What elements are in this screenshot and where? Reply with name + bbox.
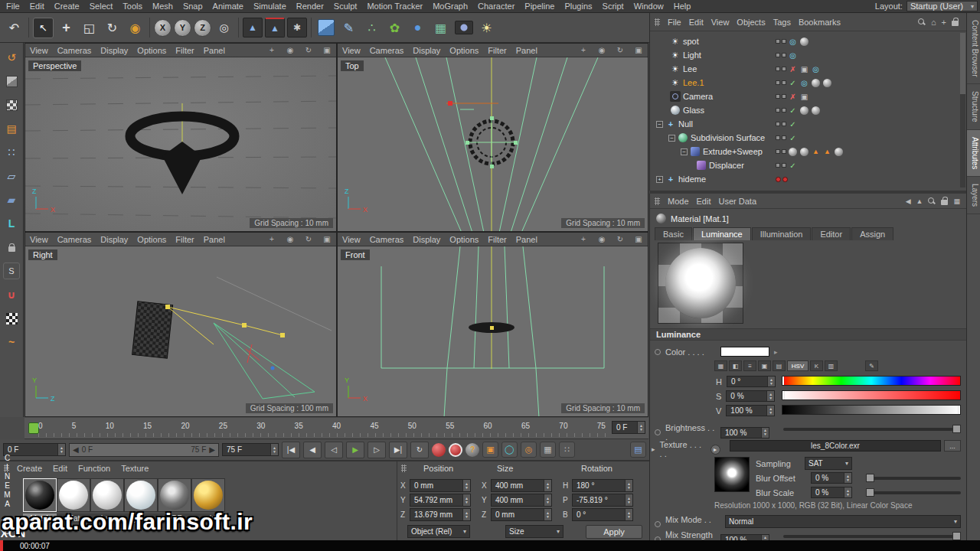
zoom-icon[interactable]: ◉ — [597, 235, 606, 243]
lock-icon[interactable] — [941, 200, 948, 205]
x-axis-lock-button[interactable]: X — [154, 19, 172, 37]
vp-menu-display[interactable]: Display — [413, 235, 440, 244]
render-visibility-dot[interactable] — [782, 67, 786, 71]
material-thumbnail[interactable] — [90, 478, 124, 512]
stepper-icon[interactable] — [57, 444, 65, 455]
material-thumbnail[interactable] — [158, 478, 191, 512]
tab-luminance[interactable]: Luminance — [693, 227, 751, 240]
vp-menu-filter[interactable]: Filter — [175, 235, 194, 244]
play-button[interactable]: ▶ — [346, 442, 364, 458]
slider-knob[interactable] — [866, 474, 874, 482]
pan-icon[interactable]: + — [267, 235, 276, 243]
render-visibility-dot[interactable] — [782, 108, 786, 112]
y-axis-lock-button[interactable]: Y — [174, 19, 191, 37]
vp-menu-view[interactable]: View — [342, 46, 361, 55]
editor-hidden-dot[interactable] — [776, 177, 781, 182]
expand-icon[interactable]: ▸ — [774, 348, 778, 356]
collapse-icon[interactable]: − — [668, 135, 675, 142]
rotate-icon[interactable]: ↻ — [304, 46, 313, 54]
render-visibility-dot[interactable] — [782, 122, 786, 126]
mix-mode-dropdown[interactable]: Normal▾ — [725, 515, 961, 528]
brightness-slider[interactable] — [783, 428, 961, 431]
coordinate-system-button[interactable]: ◎ — [214, 18, 234, 38]
menu-mesh[interactable]: Mesh — [152, 2, 173, 11]
hsv-mode-button[interactable]: HSV — [787, 360, 808, 371]
object-row[interactable]: ☀ spot ◎ — [650, 34, 959, 48]
range-left-arrow-icon[interactable]: ◀ — [73, 445, 79, 454]
stepper-icon[interactable] — [844, 487, 851, 497]
render-hidden-dot[interactable] — [782, 177, 788, 182]
attr-menu-mode[interactable]: Mode — [668, 197, 689, 206]
target-tag-icon[interactable]: ◎ — [811, 64, 821, 74]
menu-snap[interactable]: Snap — [183, 2, 203, 11]
object-name[interactable]: Camera — [683, 92, 713, 101]
rotate-icon[interactable]: ↻ — [304, 235, 313, 243]
stepper-icon[interactable] — [625, 509, 632, 520]
object-name[interactable]: Glass — [683, 106, 704, 115]
render-visibility-dot[interactable] — [782, 39, 786, 44]
add-icon[interactable]: + — [942, 18, 946, 27]
vp-menu-view[interactable]: View — [342, 235, 361, 244]
hue-marker[interactable] — [782, 377, 784, 385]
timeline-ruler[interactable]: 05 1015 2025 3035 4045 5055 6065 7075 0 … — [24, 418, 648, 439]
saturation-field[interactable]: 0 % — [726, 390, 775, 402]
attr-menu-edit[interactable]: Edit — [697, 197, 711, 206]
vp-menu-options[interactable]: Options — [449, 235, 479, 244]
render-picture-viewer-button[interactable]: ▲ — [265, 18, 285, 37]
panel-handle-icon[interactable] — [655, 18, 660, 26]
object-name[interactable]: Light — [683, 51, 701, 60]
value-gradient-bar[interactable] — [782, 405, 961, 415]
saturation-marker[interactable] — [782, 391, 784, 399]
vp-menu-view[interactable]: View — [30, 46, 48, 55]
texture-mode-button[interactable] — [3, 96, 20, 113]
menu-create[interactable]: Create — [54, 2, 80, 11]
apply-button[interactable]: Apply — [586, 525, 642, 539]
disabled-tag-icon[interactable]: ✗ — [788, 64, 798, 74]
editor-visibility-dot[interactable] — [776, 122, 780, 126]
vp-menu-panel[interactable]: Panel — [516, 46, 537, 55]
record-button[interactable] — [432, 443, 446, 457]
menu-render[interactable]: Render — [296, 2, 324, 11]
enabled-tag-icon[interactable]: ✓ — [788, 78, 798, 88]
light-button[interactable]: ☀ — [476, 18, 497, 38]
vp-menu-panel[interactable]: Panel — [516, 235, 537, 244]
mat-menu-function[interactable]: Function — [78, 464, 110, 473]
pan-icon[interactable]: + — [267, 46, 276, 54]
stepper-icon[interactable] — [766, 406, 774, 416]
eyedropper-icon[interactable]: ✎ — [865, 360, 878, 371]
maximize-icon[interactable]: ▣ — [322, 46, 332, 54]
object-row-selected[interactable]: ☀ Lee.1 ✓◎ — [650, 76, 959, 90]
compact-icon[interactable]: ▥ — [825, 360, 838, 371]
object-row[interactable]: Displacer ✓ — [650, 158, 959, 172]
maximize-icon[interactable]: ▣ — [634, 235, 643, 243]
material-thumbnail[interactable] — [57, 478, 90, 512]
menu-sculpt[interactable]: Sculpt — [334, 2, 358, 11]
menu-pipeline[interactable]: Pipeline — [524, 2, 554, 11]
keyframe-selection-toggle[interactable]: ∷ — [559, 442, 575, 458]
goto-end-button[interactable]: ▶| — [389, 442, 407, 458]
metaball-button[interactable]: ● — [407, 18, 428, 38]
rotation-h-field[interactable]: 180 ° — [572, 479, 633, 492]
vp-menu-display[interactable]: Display — [100, 46, 128, 55]
material-tag-icon[interactable] — [789, 148, 797, 156]
slider-knob[interactable] — [952, 532, 961, 540]
object-row[interactable]: Glass ✓ — [650, 103, 959, 117]
hue-gradient-bar[interactable] — [782, 376, 961, 386]
scale-tool[interactable]: ◱ — [79, 18, 100, 38]
edges-mode-button[interactable]: ▱ — [3, 168, 20, 184]
panel-handle-icon[interactable] — [655, 197, 660, 205]
video-player-bar[interactable]: 00:00:07 — [0, 540, 980, 551]
om-menu-objects[interactable]: Objects — [737, 18, 765, 27]
pan-icon[interactable]: + — [579, 235, 588, 243]
menu-character[interactable]: Character — [478, 2, 514, 11]
material-thumbnail[interactable] — [124, 478, 158, 512]
search-icon[interactable] — [918, 18, 926, 26]
texture-path-field[interactable]: les_8Color.exr — [730, 440, 941, 452]
vp-menu-cameras[interactable]: Cameras — [370, 46, 404, 55]
render-visibility-dot[interactable] — [782, 135, 786, 140]
polygons-mode-button[interactable]: ▰ — [3, 191, 20, 208]
object-name[interactable]: Lee — [683, 64, 697, 73]
object-name[interactable]: Extrude+Sweep — [703, 147, 763, 156]
render-visibility-dot[interactable] — [782, 94, 786, 99]
vp-menu-panel[interactable]: Panel — [204, 46, 225, 55]
